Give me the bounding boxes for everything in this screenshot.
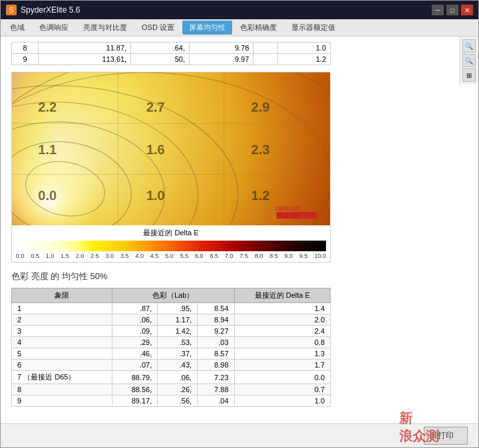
colorbar-title: 最接近的 Delta E bbox=[16, 228, 326, 238]
cell-lab3: 8.57 bbox=[198, 348, 234, 360]
cell-lab1: 88.56, bbox=[112, 384, 158, 395]
cell-index: 9 bbox=[12, 395, 112, 407]
cell-delta: 0.8 bbox=[234, 337, 330, 348]
table-row: 2 .06, 1.17, 8.94 2.0 bbox=[12, 314, 331, 326]
cell-lab3: .03 bbox=[198, 337, 234, 348]
tick-17: 8.5 bbox=[269, 253, 278, 259]
cell-index: 7 （最接近 D65） bbox=[12, 371, 112, 384]
cell-delta: 2.0 bbox=[234, 314, 330, 326]
table-row: 5 .46, .37, 8.57 1.3 bbox=[12, 348, 331, 360]
cell-lab2: .26, bbox=[158, 384, 198, 395]
zoom-out-button[interactable]: 🔍 bbox=[462, 54, 476, 67]
cell-lab1: .46, bbox=[112, 348, 158, 360]
cell-lab1: 88.79, bbox=[112, 371, 158, 384]
cell-lab3: 8.98 bbox=[198, 360, 234, 371]
app-window: S SpyderXElite 5.6 ─ □ ✕ 色域 色调响应 亮度与对比度 … bbox=[0, 0, 479, 448]
tick-10: 5.0 bbox=[165, 253, 174, 259]
colorbar-gradient bbox=[16, 241, 326, 251]
tab-tone-response[interactable]: 色调响应 bbox=[33, 21, 75, 35]
cell-v5: 1.0 bbox=[277, 43, 330, 54]
window-title: SpyderXElite 5.6 bbox=[21, 5, 80, 15]
cell-delta: 1.0 bbox=[234, 395, 330, 407]
content-area[interactable]: 🔍 🔍 ⊞ 8 11.87, .64, 9.78 1.0 9 113.61, 5… bbox=[1, 37, 478, 423]
cell-index: 3 bbox=[12, 326, 112, 337]
window-controls: ─ □ ✕ bbox=[432, 5, 473, 15]
zoom-in-button[interactable]: 🔍 bbox=[462, 39, 476, 53]
cell-lab3: 7.88 bbox=[198, 384, 234, 395]
cell-delta: 1.7 bbox=[234, 360, 330, 371]
row-index: 9 bbox=[12, 54, 39, 65]
cell-lab2: .43, bbox=[158, 360, 198, 371]
table-header-row: 象限 色彩（Lab） 最接近的 Delta E bbox=[12, 288, 331, 303]
cell-delta: 2.4 bbox=[234, 326, 330, 337]
close-button[interactable]: ✕ bbox=[461, 5, 473, 15]
tick-7: 3.5 bbox=[120, 253, 129, 259]
tick-5: 2.5 bbox=[90, 253, 99, 259]
contour-map: datacolo bbox=[12, 72, 330, 225]
cell-delta: 1.3 bbox=[234, 348, 330, 360]
tick-14: 7.0 bbox=[225, 253, 234, 259]
cell-lab3: 8.54 bbox=[198, 303, 234, 314]
tick-20: 10.0 bbox=[314, 253, 326, 259]
tick-4: 2.0 bbox=[76, 253, 84, 259]
row-index: 8 bbox=[12, 43, 39, 54]
top-partial-table: 8 11.87, .64, 9.78 1.0 9 113.61, 50, 9.9… bbox=[11, 42, 331, 65]
datacolo-badge: datacolo bbox=[299, 213, 325, 220]
contour-container: datacolo 最接近的 Delta E 0.0 0.5 1.0 1.5 2.… bbox=[11, 72, 331, 263]
cell-v5: 1.2 bbox=[277, 54, 330, 65]
col-header-color: 色彩（Lab） bbox=[112, 288, 234, 303]
maximize-button[interactable]: □ bbox=[446, 5, 458, 15]
col-header-delta: 最接近的 Delta E bbox=[234, 288, 330, 303]
cell-v3: 9.78 bbox=[189, 43, 253, 54]
cell-lab2: 1.17, bbox=[158, 314, 198, 326]
cell-lab2: .56, bbox=[158, 395, 198, 407]
cell-lab3: .04 bbox=[198, 395, 234, 407]
tick-11: 5.5 bbox=[180, 253, 189, 259]
cell-lab2: .95, bbox=[158, 303, 198, 314]
tab-color-domain[interactable]: 色域 bbox=[3, 21, 31, 35]
tick-6: 3.0 bbox=[106, 253, 114, 259]
tick-12: 6.0 bbox=[195, 253, 204, 259]
zoom-fit-button[interactable]: ⊞ bbox=[462, 68, 476, 82]
tick-9: 4.5 bbox=[150, 253, 159, 259]
table-row: 6 .07, .43, 8.98 1.7 bbox=[12, 360, 331, 371]
table-row: 3 .09, 1.42, 9.27 2.4 bbox=[12, 326, 331, 337]
tab-color-accuracy[interactable]: 色彩精确度 bbox=[234, 21, 283, 35]
right-toolbar: 🔍 🔍 ⊞ bbox=[459, 37, 478, 84]
cell-empty bbox=[253, 54, 277, 65]
cell-lab3: 7.23 bbox=[198, 371, 234, 384]
table-row: 9 89.17, .56, .04 1.0 bbox=[12, 395, 331, 407]
tick-15: 7.5 bbox=[240, 253, 248, 259]
minimize-button[interactable]: ─ bbox=[432, 5, 444, 15]
print-button[interactable]: 打印 bbox=[424, 427, 468, 445]
tab-monitor-rated[interactable]: 显示器额定值 bbox=[285, 21, 342, 35]
title-bar-left: S SpyderXElite 5.6 bbox=[6, 5, 80, 15]
section-title: 色彩 亮度 的 均匀性 50% bbox=[11, 271, 468, 282]
cell-lab1: 89.17, bbox=[112, 395, 158, 407]
cell-lab1: .07, bbox=[112, 360, 158, 371]
col-header-index: 象限 bbox=[12, 288, 112, 303]
cell-lab2: 1.42, bbox=[158, 326, 198, 337]
cell-delta: 0.0 bbox=[234, 371, 330, 384]
table-row: 8 11.87, .64, 9.78 1.0 bbox=[12, 43, 331, 54]
tick-0: 0.0 bbox=[16, 253, 25, 259]
tick-1: 0.5 bbox=[31, 253, 39, 259]
tick-13: 6.5 bbox=[210, 253, 218, 259]
table-row: 1 .87, .95, 8.54 1.4 bbox=[12, 303, 331, 314]
cell-index: 6 bbox=[12, 360, 112, 371]
tab-brightness-contrast[interactable]: 亮度与对比度 bbox=[77, 21, 134, 35]
colorbar-ticks: 0.0 0.5 1.0 1.5 2.0 2.5 3.0 3.5 4.0 4.5 … bbox=[16, 253, 326, 259]
cell-index: 8 bbox=[12, 384, 112, 395]
data-table: 象限 色彩（Lab） 最接近的 Delta E 1 .87, .95, 8.54… bbox=[11, 288, 331, 407]
cell-v1: 113.61, bbox=[39, 54, 131, 65]
tick-2: 1.0 bbox=[46, 253, 55, 259]
tab-screen-uniformity[interactable]: 屏幕均匀性 bbox=[182, 21, 232, 35]
colorbar-row: 最接近的 Delta E 0.0 0.5 1.0 1.5 2.0 2.5 3.0… bbox=[12, 225, 330, 262]
title-bar: S SpyderXElite 5.6 ─ □ ✕ bbox=[1, 1, 478, 19]
cell-lab2: .53, bbox=[158, 337, 198, 348]
cell-index: 2 bbox=[12, 314, 112, 326]
tab-osd-settings[interactable]: OSD 设置 bbox=[135, 21, 181, 35]
cell-lab1: .87, bbox=[112, 303, 158, 314]
cell-lab3: 8.94 bbox=[198, 314, 234, 326]
tick-8: 4.0 bbox=[135, 253, 144, 259]
